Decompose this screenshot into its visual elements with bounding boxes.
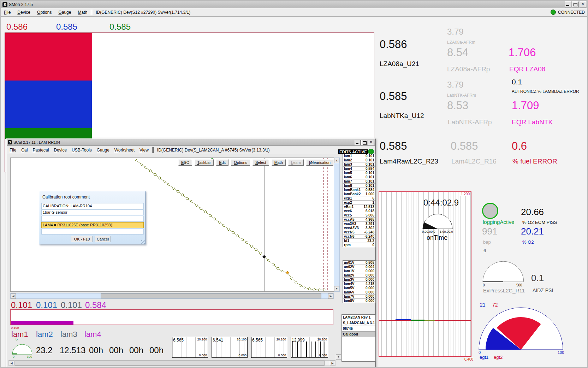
channel-name: vccA3V3 bbox=[344, 226, 359, 230]
table-row[interactable]: lam6 0.101 bbox=[343, 175, 375, 179]
table-row[interactable]: lam1 0.101 bbox=[343, 154, 375, 158]
scroll-left-icon[interactable] bbox=[9, 361, 14, 366]
scal-minimize-icon[interactable] bbox=[355, 140, 361, 145]
table-row[interactable]: vccN5 -6.248 bbox=[343, 230, 375, 235]
scal-bottom-scrollbar[interactable] bbox=[8, 360, 335, 366]
table-row[interactable]: rpm 0 bbox=[343, 243, 375, 247]
scroll-up-icon[interactable] bbox=[334, 158, 339, 163]
smon-titlebar[interactable]: S SMon 2.17.5 bbox=[1, 1, 588, 8]
table-row[interactable]: lam2 0.101 bbox=[343, 158, 375, 162]
scrollbar-thumb[interactable] bbox=[101, 293, 321, 298]
mini-chart[interactable]: 12.999 20.100 0.000 bbox=[291, 337, 328, 358]
comment-field[interactable] bbox=[41, 216, 144, 222]
table-row[interactable]: lam8 0.101 bbox=[343, 184, 375, 188]
menu-item[interactable]: Worksheet bbox=[114, 148, 135, 153]
lam4l2c-label: Lam4L2C_R16 bbox=[451, 158, 497, 165]
menu-item[interactable]: Math bbox=[78, 10, 87, 15]
menu-item[interactable]: Options bbox=[37, 10, 52, 15]
toolbar-button[interactable]: Learn bbox=[288, 159, 304, 166]
comment-field[interactable] bbox=[41, 228, 144, 235]
scroll-down-icon[interactable] bbox=[334, 286, 339, 291]
menu-item[interactable]: Gauge bbox=[58, 10, 71, 15]
table-row[interactable]: lamBank2 1.000 bbox=[343, 192, 375, 196]
mini-chart-value: 6.565 bbox=[173, 338, 184, 343]
bar-green bbox=[5, 128, 92, 139]
close-icon[interactable] bbox=[580, 1, 586, 7]
menu-item[interactable]: Pastecal bbox=[32, 148, 49, 153]
table-row[interactable]: lam3 0.101 bbox=[343, 162, 375, 167]
table-row[interactable]: an02V 0.004 bbox=[343, 265, 375, 269]
table-row[interactable]: vcc5 5.006 bbox=[343, 213, 375, 218]
table-row[interactable]: lam7V 0.000 bbox=[343, 295, 375, 299]
menu-item[interactable]: View bbox=[139, 148, 149, 153]
bar-value-2: 0.585 bbox=[56, 22, 77, 32]
graph-vertical-scrollbar[interactable] bbox=[334, 158, 340, 292]
table-row[interactable]: lam7 0.101 bbox=[343, 179, 375, 184]
toolbar-button[interactable]: Select bbox=[253, 159, 269, 166]
table-row[interactable]: lam6V 0.000 bbox=[343, 290, 375, 295]
toolbar-button[interactable]: Edit bbox=[216, 159, 228, 166]
scal-close-icon[interactable] bbox=[368, 140, 374, 145]
table-row[interactable]: lam2V 0.000 bbox=[343, 273, 375, 278]
device-info-line: 06745 bbox=[342, 326, 375, 332]
table-row[interactable]: lam8V 0.000 bbox=[343, 299, 375, 303]
comment-field[interactable]: LAM4 = RR311025E (base RR311025B) bbox=[41, 222, 144, 228]
scroll-left-icon[interactable] bbox=[11, 293, 16, 299]
table-row[interactable]: lamBank1 0.584 bbox=[343, 188, 375, 192]
lambda-bar-chart bbox=[10, 309, 333, 325]
ok-button[interactable]: OK - F10 bbox=[71, 236, 93, 242]
scal-maximize-icon[interactable] bbox=[361, 140, 367, 145]
menu-item[interactable]: Gauge bbox=[97, 148, 109, 153]
cancel-button[interactable]: Cancel bbox=[95, 236, 111, 242]
trend-trace-olive bbox=[424, 320, 435, 321]
channel-value: 4.968 bbox=[366, 218, 374, 221]
table-row[interactable]: lam5 0.101 bbox=[343, 171, 375, 175]
toolbar-button[interactable]: ESC bbox=[178, 159, 192, 166]
channel-value: 12.513 bbox=[363, 205, 374, 209]
table-row[interactable]: vBat1 12.513 bbox=[343, 205, 375, 209]
table-row[interactable]: vccN6 -6.240 bbox=[343, 235, 375, 239]
menu-item[interactable]: Cal bbox=[21, 148, 28, 153]
table-row[interactable]: bt1 23.2 bbox=[343, 239, 375, 243]
resize-grip-icon[interactable] bbox=[141, 240, 145, 244]
table-row[interactable]: vcc3V3 3.291 bbox=[343, 222, 375, 226]
mini-chart[interactable]: 6.541 20.100 0.000 bbox=[212, 337, 248, 358]
table-row[interactable]: an01V 0.505 bbox=[343, 261, 375, 265]
table-row[interactable]: vccA3V3 3.302 bbox=[343, 226, 375, 230]
menu-item[interactable]: Device bbox=[54, 148, 67, 153]
minimize-icon[interactable] bbox=[565, 1, 571, 7]
lam4raw-value: 0.585 bbox=[380, 140, 407, 153]
table-row[interactable]: exp1 6 bbox=[343, 196, 375, 201]
scal-titlebar[interactable]: S SCal 2.17.11 : LAM-RR104 bbox=[7, 139, 375, 146]
maximize-icon[interactable] bbox=[572, 1, 579, 7]
toolbar-button[interactable]: liNearisation bbox=[306, 159, 333, 166]
table-row[interactable]: lam4V 4.215 bbox=[343, 282, 375, 286]
toolbar-button[interactable]: Options bbox=[231, 159, 250, 166]
panel-scroll-down-icon[interactable] bbox=[336, 354, 341, 360]
toolbar-button[interactable]: Math bbox=[272, 159, 286, 166]
table-row[interactable]: lam1V 0.000 bbox=[343, 269, 375, 273]
table-row[interactable]: lam5V 0.000 bbox=[343, 286, 375, 290]
menu-item[interactable]: File bbox=[10, 148, 16, 153]
channel-name: lam3V bbox=[344, 278, 354, 281]
scroll-right-icon[interactable] bbox=[328, 293, 333, 299]
table-row[interactable]: lam4 0.584 bbox=[343, 167, 375, 171]
scrollbar-thumb[interactable] bbox=[14, 361, 325, 366]
table-row[interactable]: vccA5 4.968 bbox=[343, 218, 375, 222]
menu-item[interactable]: Device bbox=[17, 10, 30, 15]
table-row[interactable]: lam3V 0.000 bbox=[343, 278, 375, 282]
table-row[interactable]: exp2 1 bbox=[343, 201, 375, 205]
comment-field[interactable]: 1bar G sensor bbox=[41, 209, 144, 215]
channel-name: lam8V bbox=[344, 299, 354, 303]
graph-horizontal-scrollbar[interactable] bbox=[10, 293, 334, 299]
bap-value: 991 bbox=[482, 226, 497, 237]
mini-chart[interactable]: 6.565 20.100 0.000 bbox=[172, 337, 208, 358]
toolbar-button[interactable]: Taskbar bbox=[195, 159, 214, 166]
mini-chart[interactable]: 6.565 20.100 0.000 bbox=[251, 337, 287, 358]
comment-field[interactable]: CALIBRATION: LAM-RR104 bbox=[41, 203, 144, 209]
menu-item[interactable]: File bbox=[4, 10, 11, 15]
table-row[interactable]: vcc6 6.018 bbox=[343, 209, 375, 213]
scroll-right-icon[interactable] bbox=[330, 361, 335, 366]
menu-item[interactable]: USB-Tools bbox=[72, 148, 92, 153]
channel-name: an01V bbox=[344, 261, 354, 265]
